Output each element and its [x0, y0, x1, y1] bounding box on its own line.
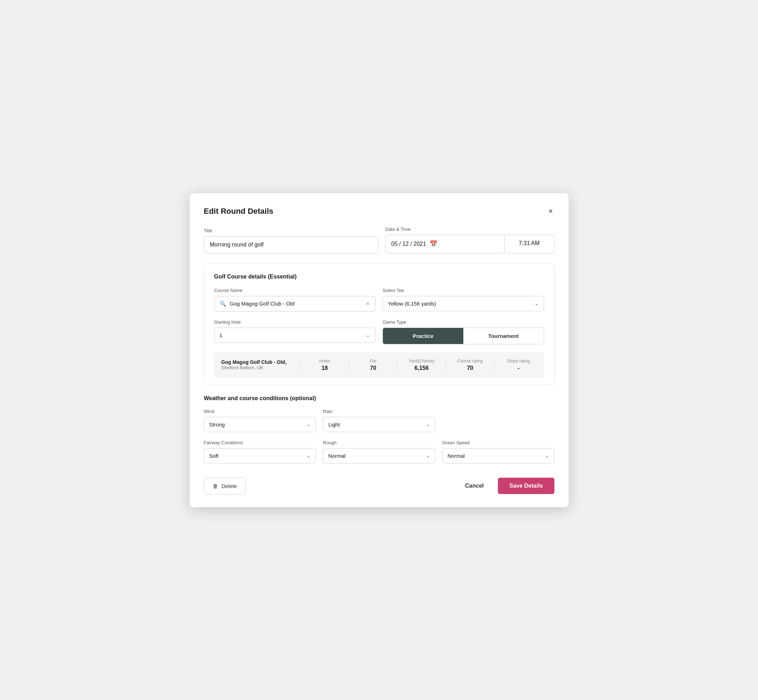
game-type-toggle: Practice Tournament	[382, 328, 544, 344]
title-field-group: Title	[204, 228, 378, 253]
chevron-down-icon-6: ⌄	[426, 453, 430, 458]
modal-title: Edit Round Details	[204, 207, 274, 216]
fairway-label: Fairway Conditions	[204, 440, 316, 445]
calendar-icon: 📅	[429, 240, 437, 248]
tournament-button[interactable]: Tournament	[464, 328, 544, 344]
rain-group: Rain Light ⌄	[323, 409, 435, 432]
green-speed-group: Green Speed Normal ⌄	[442, 440, 554, 464]
course-stat-holes: Holes 18	[300, 359, 343, 371]
datetime-field-group: Date & Time 05 / 12 / 2021 📅 7:31 AM	[385, 227, 554, 253]
course-rating-value: 70	[467, 365, 473, 371]
select-tee-group: Select Tee Yellow (6,156 yards) ⌄	[382, 288, 544, 312]
course-tee-row: Course Name 🔍 ✕ Select Tee Yellow (6,156…	[214, 288, 544, 312]
search-icon: 🔍	[219, 300, 226, 307]
hole-gametype-row: Starting Hole 1 ⌄ Game Type Practice Tou…	[214, 319, 544, 344]
starting-hole-group: Starting Hole 1 ⌄	[214, 319, 376, 344]
starting-hole-dropdown[interactable]: 1 ⌄	[214, 328, 376, 343]
course-info-bar: Gog Magog Golf Club - Old, Shelford Bott…	[214, 352, 544, 378]
game-type-group: Game Type Practice Tournament	[382, 319, 544, 344]
wind-rain-row: Wind Strong ⌄ Rain Light ⌄	[204, 409, 554, 432]
starting-hole-value: 1	[219, 332, 222, 338]
footer: 🗑 Delete Cancel Save Details	[204, 473, 554, 494]
select-tee-label: Select Tee	[382, 288, 544, 293]
chevron-down-icon-5: ⌄	[306, 453, 311, 458]
wind-dropdown[interactable]: Strong ⌄	[204, 417, 316, 432]
trash-icon: 🗑	[213, 483, 218, 489]
datetime-group: 05 / 12 / 2021 📅 7:31 AM	[385, 235, 554, 253]
chevron-down-icon: ⌄	[534, 300, 539, 306]
course-rating-label: Course rating	[457, 359, 483, 364]
rain-dropdown[interactable]: Light ⌄	[323, 417, 435, 432]
chevron-down-icon-7: ⌄	[545, 453, 549, 458]
course-name-search-wrap[interactable]: 🔍 ✕	[214, 296, 376, 312]
fairway-dropdown[interactable]: Soft ⌄	[204, 448, 316, 464]
yards-value: 6,156	[415, 365, 429, 371]
course-info-location: Shelford Bottom, UK	[221, 365, 294, 370]
yards-label: Yards(Yellow)	[409, 359, 434, 364]
delete-button[interactable]: 🗑 Delete	[204, 478, 246, 494]
time-field[interactable]: 7:31 AM	[504, 235, 554, 253]
rough-dropdown[interactable]: Normal ⌄	[323, 448, 435, 464]
rain-value: Light	[329, 422, 340, 428]
course-stat-par: Par 70	[349, 359, 392, 371]
holes-label: Holes	[319, 359, 330, 364]
footer-right: Cancel Save Details	[458, 478, 554, 494]
fairway-group: Fairway Conditions Soft ⌄	[204, 440, 316, 464]
close-button[interactable]: ×	[547, 206, 554, 217]
game-type-label: Game Type	[382, 319, 544, 325]
fairway-value: Soft	[209, 453, 219, 459]
conditions-title: Weather and course conditions (optional)	[204, 395, 554, 402]
golf-section-card: Golf Course details (Essential) Course N…	[204, 263, 554, 385]
title-label: Title	[204, 228, 378, 233]
cancel-button[interactable]: Cancel	[458, 478, 491, 494]
save-button[interactable]: Save Details	[498, 478, 554, 494]
holes-value: 18	[321, 365, 328, 371]
green-speed-dropdown[interactable]: Normal ⌄	[442, 448, 554, 464]
course-stat-yards: Yards(Yellow) 6,156	[397, 359, 440, 371]
rough-value: Normal	[329, 453, 346, 459]
conditions-section: Weather and course conditions (optional)…	[204, 395, 554, 464]
course-stat-slope-rating: Slope rating -	[494, 359, 537, 371]
slope-rating-value: -	[517, 365, 519, 371]
wind-value: Strong	[209, 422, 225, 428]
course-name-label: Course Name	[214, 288, 376, 293]
wind-label: Wind	[204, 409, 316, 414]
course-name-input[interactable]	[230, 300, 362, 306]
wind-group: Wind Strong ⌄	[204, 409, 316, 432]
rough-label: Rough	[323, 440, 435, 445]
starting-hole-label: Starting Hole	[214, 319, 376, 325]
placeholder-col	[442, 409, 554, 432]
select-tee-value: Yellow (6,156 yards)	[388, 300, 436, 306]
practice-button[interactable]: Practice	[383, 328, 464, 344]
delete-label: Delete	[222, 483, 237, 489]
rough-group: Rough Normal ⌄	[323, 440, 435, 464]
time-value: 7:31 AM	[519, 240, 540, 246]
course-info-name: Gog Magog Golf Club - Old,	[221, 359, 294, 365]
golf-section-title: Golf Course details (Essential)	[214, 273, 544, 280]
rain-label: Rain	[323, 409, 435, 414]
title-input[interactable]	[204, 236, 378, 253]
chevron-down-icon-3: ⌄	[306, 422, 311, 427]
clear-icon[interactable]: ✕	[365, 300, 370, 307]
edit-round-modal: Edit Round Details × Title Date & Time 0…	[190, 193, 568, 507]
datetime-label: Date & Time	[385, 227, 554, 232]
top-fields: Title Date & Time 05 / 12 / 2021 📅 7:31 …	[204, 227, 554, 253]
course-name-block: Gog Magog Golf Club - Old, Shelford Bott…	[221, 359, 294, 370]
chevron-down-icon-2: ⌄	[366, 332, 370, 338]
course-name-group: Course Name 🔍 ✕	[214, 288, 376, 312]
chevron-down-icon-4: ⌄	[426, 422, 430, 427]
slope-rating-label: Slope rating	[507, 359, 530, 364]
fairway-rough-green-row: Fairway Conditions Soft ⌄ Rough Normal ⌄…	[204, 440, 554, 464]
par-value: 70	[370, 365, 376, 371]
course-stat-course-rating: Course rating 70	[446, 359, 488, 371]
green-speed-value: Normal	[448, 453, 465, 459]
select-tee-dropdown[interactable]: Yellow (6,156 yards) ⌄	[382, 296, 544, 311]
modal-header: Edit Round Details ×	[204, 206, 554, 217]
date-field[interactable]: 05 / 12 / 2021 📅	[385, 235, 504, 253]
par-label: Par	[370, 359, 376, 364]
green-speed-label: Green Speed	[442, 440, 554, 445]
date-value: 05 / 12 / 2021	[392, 241, 426, 247]
